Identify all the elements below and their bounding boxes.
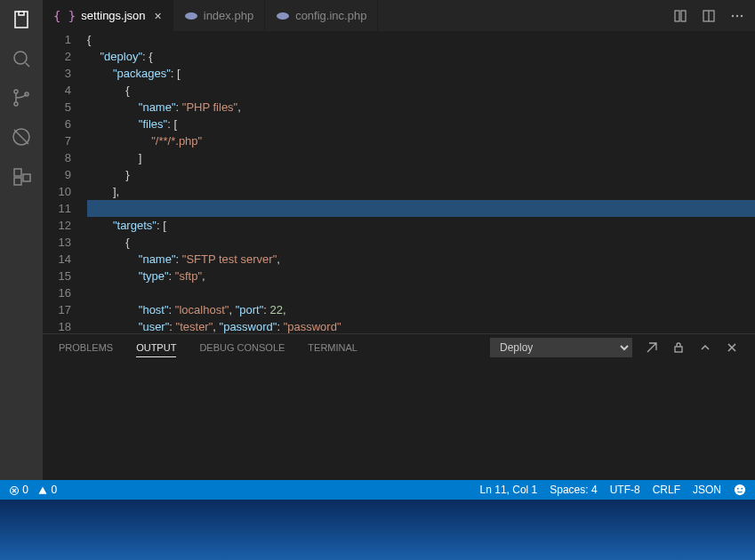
code-line[interactable]: { bbox=[87, 31, 755, 48]
tab-label: index.php bbox=[204, 9, 253, 22]
svg-point-14 bbox=[736, 14, 738, 16]
status-bar: 0 0 Ln 11, Col 1 Spaces: 4 UTF-8 CRLF JS… bbox=[0, 480, 755, 500]
code-line[interactable]: "user": "tester", "password": "password" bbox=[87, 318, 755, 333]
editor-tab[interactable]: { }settings.json× bbox=[43, 0, 173, 31]
code-editor[interactable]: 12345678910111213141516171819 { "deploy"… bbox=[43, 31, 755, 333]
status-eol[interactable]: CRLF bbox=[653, 484, 680, 496]
svg-point-19 bbox=[737, 488, 739, 490]
extensions-icon[interactable] bbox=[11, 165, 32, 187]
output-source-dropdown[interactable]: Deploy bbox=[490, 338, 632, 357]
compare-icon[interactable] bbox=[673, 9, 687, 23]
code-line[interactable]: { bbox=[87, 234, 755, 251]
code-line[interactable] bbox=[87, 284, 755, 301]
close-panel-icon[interactable] bbox=[725, 340, 739, 355]
svg-point-18 bbox=[735, 484, 745, 495]
svg-point-0 bbox=[14, 52, 27, 64]
code-content[interactable]: { "deploy": { "packages": [ { "name": "P… bbox=[87, 31, 755, 333]
search-icon[interactable] bbox=[11, 48, 32, 69]
svg-point-2 bbox=[14, 102, 18, 106]
activity-bar bbox=[0, 0, 43, 480]
svg-point-15 bbox=[741, 14, 743, 16]
svg-rect-6 bbox=[14, 178, 21, 185]
panel-tab-terminal[interactable]: TERMINAL bbox=[308, 339, 357, 357]
source-control-icon[interactable] bbox=[11, 87, 32, 108]
svg-rect-7 bbox=[23, 174, 30, 181]
code-line[interactable]: "deploy": { bbox=[87, 48, 755, 65]
code-line[interactable]: "name": "PHP files", bbox=[87, 99, 755, 116]
tab-label: settings.json bbox=[81, 9, 145, 22]
status-warnings[interactable]: 0 bbox=[37, 484, 57, 496]
status-cursor-position[interactable]: Ln 11, Col 1 bbox=[480, 484, 538, 496]
status-encoding[interactable]: UTF-8 bbox=[610, 484, 640, 496]
svg-point-20 bbox=[741, 488, 743, 490]
svg-rect-11 bbox=[681, 11, 686, 21]
svg-rect-5 bbox=[14, 169, 21, 176]
status-language[interactable]: JSON bbox=[693, 484, 721, 496]
svg-rect-10 bbox=[675, 11, 679, 21]
clear-output-icon[interactable] bbox=[645, 340, 659, 355]
split-editor-icon[interactable] bbox=[702, 9, 716, 23]
svg-point-1 bbox=[14, 90, 18, 93]
svg-rect-16 bbox=[675, 347, 682, 352]
tab-bar: { }settings.json×index.phpconfig.inc.php bbox=[43, 0, 755, 31]
svg-point-9 bbox=[277, 12, 289, 20]
explorer-icon[interactable] bbox=[11, 9, 32, 30]
editor-tab[interactable]: index.php bbox=[173, 0, 265, 31]
more-icon[interactable] bbox=[730, 9, 744, 23]
maximize-panel-icon[interactable] bbox=[698, 340, 712, 355]
code-line[interactable]: } bbox=[87, 166, 755, 183]
code-line[interactable]: "targets": [ bbox=[87, 217, 755, 234]
code-line[interactable]: ], bbox=[87, 183, 755, 200]
status-indentation[interactable]: Spaces: 4 bbox=[550, 484, 597, 496]
status-feedback-icon[interactable] bbox=[734, 484, 746, 496]
panel-tab-output[interactable]: OUTPUT bbox=[136, 339, 176, 357]
code-line[interactable]: "type": "sftp", bbox=[87, 268, 755, 284]
line-number-gutter: 12345678910111213141516171819 bbox=[43, 31, 87, 333]
code-line[interactable]: "files": [ bbox=[87, 116, 755, 132]
panel-tab-debug-console[interactable]: DEBUG CONSOLE bbox=[199, 339, 285, 357]
windows-taskbar bbox=[0, 500, 755, 560]
php-file-icon bbox=[276, 9, 290, 23]
status-errors[interactable]: 0 bbox=[9, 484, 28, 496]
svg-point-8 bbox=[185, 12, 197, 20]
json-file-icon: { } bbox=[53, 9, 76, 23]
code-line[interactable]: ] bbox=[87, 149, 755, 166]
panel-output-body bbox=[43, 361, 755, 480]
code-line[interactable] bbox=[87, 200, 755, 217]
bottom-panel: PROBLEMSOUTPUTDEBUG CONSOLETERMINAL Depl… bbox=[43, 333, 755, 480]
code-line[interactable]: "packages": [ bbox=[87, 65, 755, 82]
editor-tab[interactable]: config.inc.php bbox=[265, 0, 378, 31]
code-line[interactable]: "/**/*.php" bbox=[87, 132, 755, 149]
panel-tab-problems[interactable]: PROBLEMS bbox=[59, 339, 113, 357]
code-line[interactable]: "host": "localhost", "port": 22, bbox=[87, 301, 755, 318]
php-file-icon bbox=[184, 9, 198, 23]
code-line[interactable]: "name": "SFTP test server", bbox=[87, 251, 755, 268]
code-line[interactable]: { bbox=[87, 82, 755, 99]
debug-icon[interactable] bbox=[11, 126, 32, 148]
svg-point-13 bbox=[732, 14, 734, 16]
close-tab-icon[interactable]: × bbox=[155, 9, 162, 23]
tab-label: config.inc.php bbox=[295, 9, 366, 22]
lock-scroll-icon[interactable] bbox=[671, 340, 686, 355]
